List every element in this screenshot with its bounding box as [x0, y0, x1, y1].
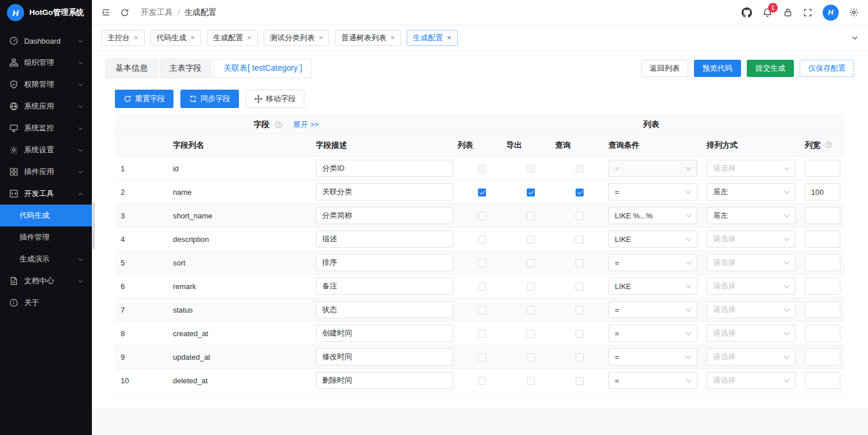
align-select[interactable]: 请选择 [707, 372, 796, 389]
column-width-input[interactable] [805, 372, 840, 389]
align-select[interactable]: 请选择 [707, 325, 796, 342]
column-width-input[interactable] [805, 230, 840, 248]
export-checkbox[interactable] [527, 330, 535, 338]
sidebar-item-doc-center[interactable]: 文档中心 [0, 270, 92, 292]
sync-fields-button[interactable]: 同步字段 [180, 90, 239, 108]
tab-main-table-fields[interactable]: 主表字段 [160, 59, 211, 78]
sidebar-collapse-button[interactable] [101, 7, 111, 17]
field-desc-input[interactable] [316, 160, 453, 177]
field-desc-input[interactable] [316, 372, 453, 389]
tab-relation-table[interactable]: 关联表[ testCategory ] [214, 59, 312, 78]
close-icon[interactable]: × [247, 34, 252, 41]
column-width-input[interactable] [805, 183, 840, 201]
sidebar-item-system-app[interactable]: 系统应用 [0, 95, 92, 117]
align-select[interactable]: 请选择 [707, 348, 796, 365]
list-checkbox[interactable] [478, 165, 486, 173]
tab-list-dropdown-button[interactable] [851, 34, 859, 42]
query-condition-select[interactable]: LIKE [608, 278, 697, 295]
list-checkbox[interactable] [478, 188, 486, 197]
app-logo[interactable]: HotGo管理系统 [0, 0, 92, 25]
tab-item-active[interactable]: 生成配置× [407, 30, 458, 46]
save-config-only-button[interactable]: 仅保存配置 [800, 60, 854, 77]
sidebar-item-about[interactable]: 关于 [0, 292, 92, 314]
tab-basic-info[interactable]: 基本信息 [106, 59, 157, 78]
align-select[interactable]: 请选择 [707, 278, 796, 295]
column-width-input[interactable] [805, 278, 840, 295]
query-checkbox[interactable] [576, 306, 584, 314]
align-select[interactable]: 请选择 [707, 230, 796, 248]
export-checkbox[interactable] [527, 212, 535, 220]
submit-generate-button[interactable]: 提交生成 [747, 60, 794, 77]
sidebar-item-permission[interactable]: 权限管理 [0, 74, 92, 95]
query-condition-select[interactable]: = [608, 348, 697, 365]
list-checkbox[interactable] [478, 330, 486, 338]
settings-gear-button[interactable] [849, 7, 859, 17]
expand-fields-link[interactable]: 展开 >> [293, 120, 319, 130]
query-checkbox[interactable] [576, 377, 584, 385]
sidebar-item-system-monitor[interactable]: 系统监控 [0, 117, 92, 139]
tab-item[interactable]: 普通树表列表× [335, 30, 401, 46]
github-icon[interactable] [742, 7, 752, 18]
query-checkbox[interactable] [576, 212, 584, 220]
query-condition-select[interactable]: LIKE %...% [608, 207, 697, 224]
tab-item[interactable]: 代码生成× [151, 30, 202, 46]
list-checkbox[interactable] [478, 353, 486, 361]
column-width-input[interactable] [805, 301, 840, 318]
list-checkbox[interactable] [478, 306, 486, 314]
sidebar-item-plugin-app[interactable]: 插件应用 [0, 161, 92, 183]
sidebar-item-dev-tools[interactable]: 开发工具 [0, 183, 92, 205]
avatar[interactable] [823, 5, 839, 21]
field-desc-input[interactable] [316, 325, 453, 342]
column-width-input[interactable] [805, 160, 840, 177]
export-checkbox[interactable] [527, 259, 535, 267]
help-icon[interactable] [275, 121, 283, 129]
query-checkbox[interactable] [576, 165, 584, 173]
query-condition-select[interactable]: LIKE [608, 230, 697, 248]
column-width-input[interactable] [805, 207, 840, 224]
query-checkbox[interactable] [576, 330, 584, 338]
preview-code-button[interactable]: 预览代码 [694, 60, 741, 77]
tab-item[interactable]: 测试分类列表× [264, 30, 330, 46]
reset-fields-button[interactable]: 重置字段 [115, 90, 173, 108]
field-desc-input[interactable] [316, 278, 453, 295]
close-icon[interactable]: × [134, 34, 138, 41]
refresh-button[interactable] [120, 8, 129, 17]
tab-item[interactable]: 生成配置× [207, 30, 258, 46]
move-fields-button[interactable]: 移动字段 [246, 90, 304, 108]
align-select[interactable]: 请选择 [707, 160, 796, 177]
column-width-input[interactable] [805, 325, 840, 342]
query-condition-select[interactable]: = [608, 325, 697, 342]
close-icon[interactable]: × [447, 34, 452, 41]
export-checkbox[interactable] [527, 283, 535, 291]
export-checkbox[interactable] [527, 165, 535, 173]
query-condition-select[interactable]: = [608, 372, 697, 389]
list-checkbox[interactable] [478, 236, 486, 244]
query-checkbox[interactable] [576, 283, 584, 291]
close-icon[interactable]: × [390, 34, 395, 41]
query-condition-select[interactable]: = [608, 183, 697, 201]
tab-item[interactable]: 主控台× [101, 30, 145, 46]
sidebar-item-plugin-manage[interactable]: 插件管理 [0, 226, 92, 248]
list-checkbox[interactable] [478, 283, 486, 291]
query-checkbox[interactable] [576, 188, 584, 197]
query-checkbox[interactable] [576, 259, 584, 267]
column-width-input[interactable] [805, 254, 840, 271]
scrollbar-thumb[interactable] [92, 202, 95, 249]
query-condition-select[interactable]: = [608, 160, 697, 177]
export-checkbox[interactable] [527, 377, 535, 385]
sidebar-item-dashboard[interactable]: Dashboard [0, 30, 92, 52]
export-checkbox[interactable] [527, 353, 535, 361]
list-checkbox[interactable] [478, 259, 486, 267]
back-to-list-button[interactable]: 返回列表 [641, 60, 688, 77]
help-icon[interactable] [824, 141, 832, 149]
sidebar-item-generate-demo[interactable]: 生成演示 [0, 248, 92, 270]
field-desc-input[interactable] [316, 348, 453, 365]
align-select[interactable]: 居左 [707, 207, 796, 224]
close-icon[interactable]: × [191, 34, 195, 41]
list-checkbox[interactable] [478, 377, 486, 385]
export-checkbox[interactable] [527, 236, 535, 244]
lock-screen-button[interactable] [783, 7, 793, 17]
field-desc-input[interactable] [316, 254, 453, 271]
query-condition-select[interactable]: = [608, 254, 697, 271]
field-desc-input[interactable] [316, 301, 453, 318]
